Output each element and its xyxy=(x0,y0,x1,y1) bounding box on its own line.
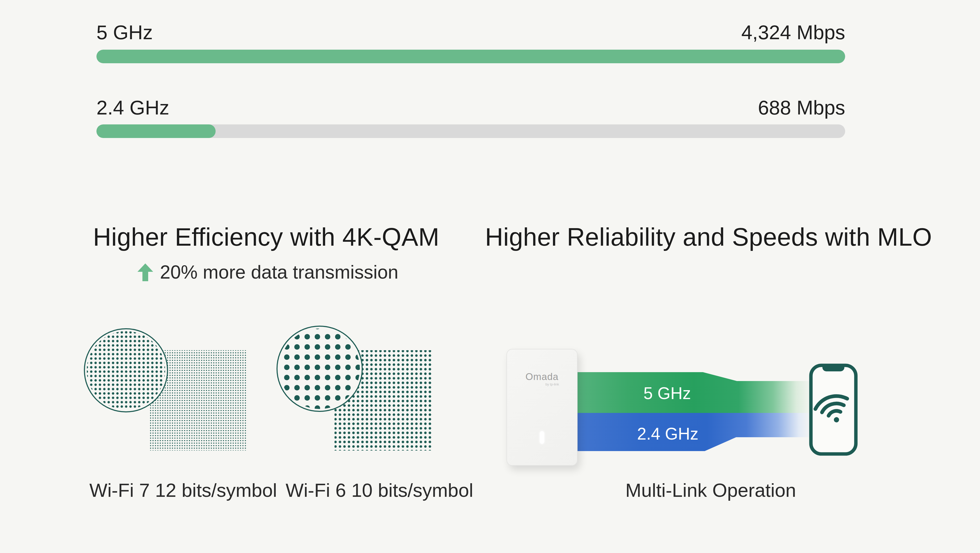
band-24ghz-value: 688 Mbps xyxy=(758,97,845,118)
wifi6-constellation-diagram xyxy=(261,321,444,486)
qam-section-heading: Higher Efficiency with 4K-QAM xyxy=(93,222,439,251)
speed-bar-5ghz-track xyxy=(96,50,845,63)
wifi7-magnified-dots xyxy=(87,331,165,410)
band-24ghz-label: 2.4 GHz xyxy=(96,97,169,118)
mlo-band-5ghz-label: 5 GHz xyxy=(643,385,691,402)
band-5ghz-value: 4,324 Mbps xyxy=(741,22,845,43)
mlo-band-5ghz: 5 GHz xyxy=(549,372,812,413)
qam-benefit-text: 20% more data transmission xyxy=(160,262,398,283)
band-5ghz-label: 5 GHz xyxy=(96,22,153,43)
mlo-section-heading: Higher Reliability and Speeds with MLO xyxy=(485,222,932,251)
wifi7-constellation-diagram xyxy=(72,321,255,486)
access-point-device: Omada by tp-link xyxy=(506,349,578,466)
up-arrow-icon xyxy=(137,264,153,281)
smartphone-icon xyxy=(804,362,864,461)
omada-logo: Omada xyxy=(507,371,577,382)
phone-notch xyxy=(822,365,844,371)
mlo-band-24ghz: 2.4 GHz xyxy=(549,413,812,451)
device-led-indicator xyxy=(540,431,544,444)
wifi7-caption: Wi-Fi 7 12 bits/symbol xyxy=(89,480,246,501)
speed-bar-24ghz-track xyxy=(96,124,845,138)
wifi6-magnified-dots xyxy=(279,329,360,409)
speed-row-24ghz-labels: 2.4 GHz 688 Mbps xyxy=(96,97,845,118)
speed-bar-24ghz-fill xyxy=(96,124,216,138)
speed-bar-5ghz-fill xyxy=(96,50,845,63)
mlo-caption: Multi-Link Operation xyxy=(625,480,782,501)
mlo-band-24ghz-label: 2.4 GHz xyxy=(637,426,698,442)
omada-sublogo: by tp-link xyxy=(525,382,559,386)
speed-row-5ghz-labels: 5 GHz 4,324 Mbps xyxy=(96,22,845,43)
wifi6-caption: Wi-Fi 6 10 bits/symbol xyxy=(286,480,442,501)
